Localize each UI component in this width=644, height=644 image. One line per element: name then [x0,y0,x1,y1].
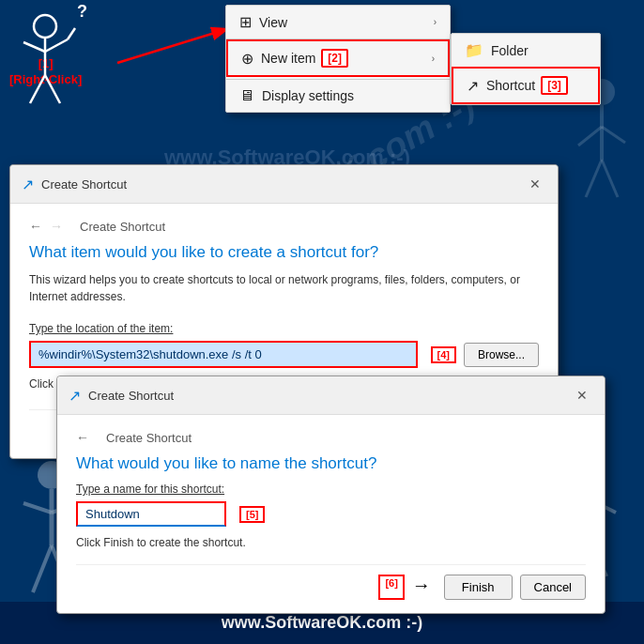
dialog2-field-label: Type a name for this shortcut: [76,483,586,496]
dialog2-back-arrow[interactable]: ← [76,430,89,445]
display-label: Display settings [262,88,354,103]
svg-line-12 [578,127,602,146]
dialog-create-shortcut-2: ↗ Create Shortcut ✕ ← Create Shortcut Wh… [56,376,606,614]
step3-badge: [3] [541,76,568,95]
shortcut-label: Shortcut [486,78,535,93]
svg-line-4 [45,39,68,52]
dialog1-heading: What item would you like to create a sho… [29,243,539,262]
dialog2-title: Create Shortcut [88,389,571,403]
menu-item-new[interactable]: ⊕ New item [2] › [226,39,450,77]
dialog1-description: This wizard helps you to create shortcut… [29,271,539,305]
step2-badge: [2] [321,49,348,68]
dialog2-title-inline: Create Shortcut [106,431,192,445]
svg-line-5 [68,28,75,39]
view-chevron: › [434,17,437,27]
new-item-icon: ⊕ [241,50,253,68]
dialog1-title-inline: Create Shortcut [80,220,165,234]
new-item-chevron: › [432,54,435,64]
svg-line-25 [23,503,52,513]
menu-item-view[interactable]: ⊞ View › [226,6,450,39]
dialog2-click-finish: Click Finish to create the shortcut. [76,536,586,549]
svg-line-3 [23,42,45,52]
folder-label: Folder [491,43,529,58]
step5-badge: [5] [239,506,265,523]
dialog2-body: ← Create Shortcut What would you like to… [57,415,605,613]
svg-line-13 [602,127,625,143]
view-icon: ⊞ [239,13,252,31]
dialog1-nav: ← → Create Shortcut [29,219,539,234]
step6-badge: [6] [378,575,404,600]
stick-figure: ? [9,0,103,131]
arrow-to-menu [108,21,239,72]
dialog1-icon: ↗ [22,176,34,193]
svg-line-27 [33,545,52,592]
dialog2-heading: What would you like to name the shortcut… [76,454,586,473]
menu-item-display[interactable]: 🖥 Display settings [226,79,450,112]
dialog1-back-arrow[interactable]: ← [29,219,42,234]
dialog1-close-button[interactable]: ✕ [524,173,546,195]
finish-button[interactable]: Finish [444,575,513,600]
svg-line-6 [30,75,45,103]
svg-text:?: ? [77,2,87,21]
display-icon: 🖥 [239,87,254,104]
svg-line-14 [586,160,602,197]
location-input[interactable] [29,341,418,368]
shortcut-name-input[interactable] [76,501,226,527]
svg-line-7 [45,75,60,103]
dialog1-input-row: [4] Browse... [29,341,539,368]
dialog1-field-label: Type the location of the item: [29,322,539,335]
dialog1-fwd-arrow: → [50,219,63,234]
view-label: View [259,15,287,30]
submenu-folder: 📁 Folder ↗ Shortcut [3] [451,33,601,105]
dialog2-input-row: [5] [76,501,586,527]
submenu-item-shortcut[interactable]: ↗ Shortcut [3] [452,67,600,104]
svg-line-15 [602,160,618,197]
step4-badge: [4] [431,346,456,363]
cancel-button-2[interactable]: Cancel [520,575,586,600]
dialog1-titlebar: ↗ Create Shortcut ✕ [10,165,558,204]
bottom-bar-text: www.SoftwareOK.com :-) [222,613,422,633]
dialog2-icon: ↗ [69,387,81,405]
dialog2-titlebar: ↗ Create Shortcut ✕ [57,376,605,415]
context-menu: ⊞ View › ⊕ New item [2] › 🖥 Display sett… [225,5,451,113]
svg-line-9 [117,28,230,63]
dialog1-title: Create Shortcut [41,177,524,192]
browse-button[interactable]: Browse... [464,343,539,367]
folder-icon: 📁 [465,41,483,59]
submenu-item-folder[interactable]: 📁 Folder [452,34,600,67]
shortcut-icon: ↗ [467,77,479,95]
dialog2-nav: ← Create Shortcut [76,430,586,445]
new-item-label: New item [261,51,315,66]
svg-point-1 [34,15,56,38]
dialog2-close-button[interactable]: ✕ [571,384,593,406]
dialog2-footer: [6] → Finish Cancel [76,564,586,600]
finish-arrow-icon: → [412,575,431,600]
